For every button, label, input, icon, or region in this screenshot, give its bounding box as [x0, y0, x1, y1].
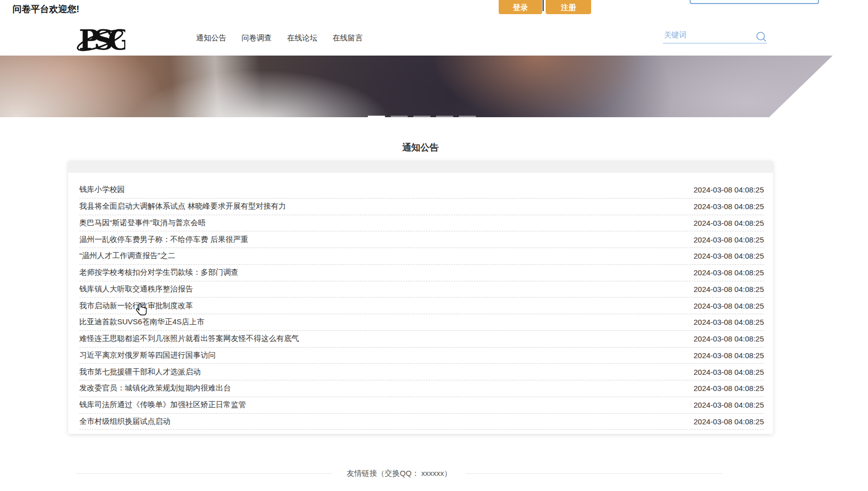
- section-title: 通知公告: [402, 141, 439, 154]
- banner-glare: [145, 56, 289, 117]
- card-header-strip: [68, 161, 773, 173]
- notice-title[interactable]: 难怪连王思聪都追不到几张照片就看出答案网友怪不得这么有底气: [79, 334, 299, 343]
- logo-monogram-icon: PSG: [75, 21, 125, 58]
- site-logo[interactable]: PSG: [75, 21, 125, 60]
- notice-title[interactable]: 习近平离京对俄罗斯等四国进行国事访问: [79, 351, 216, 360]
- notice-date: 2024-03-08 04:08:25: [694, 334, 764, 343]
- notice-date: 2024-03-08 04:08:25: [694, 235, 764, 244]
- footer-divider-right: [466, 473, 722, 474]
- footer: 友情链接（交换QQ： xxxxxx）: [76, 469, 722, 478]
- notice-date: 2024-03-08 04:08:25: [694, 368, 764, 376]
- notice-row[interactable]: 习近平离京对俄罗斯等四国进行国事访问2024-03-08 04:08:25: [79, 348, 764, 364]
- notice-date: 2024-03-08 04:08:25: [694, 285, 764, 293]
- notice-title[interactable]: 温州一乱收停车费男子称：不给停车费 后果很严重: [79, 235, 248, 244]
- footer-links-text: 友情链接（交换QQ： xxxxxx）: [347, 469, 452, 478]
- notice-date: 2024-03-08 04:08:25: [694, 219, 764, 227]
- nav-item-3[interactable]: 在线留言: [332, 33, 363, 43]
- notice-row[interactable]: 钱库司法所通过《传唤单》加强社区矫正日常监管2024-03-08 04:08:2…: [79, 397, 764, 414]
- carousel-dot-2[interactable]: [413, 116, 430, 118]
- carousel-dot-0[interactable]: [368, 116, 385, 118]
- partial-input-box[interactable]: [690, 0, 819, 4]
- notice-title[interactable]: “温州人才工作调查报告”之二: [79, 251, 175, 261]
- page: 问卷平台欢迎您! 登录 注册 PSG 通知公告问卷调查在线论坛在线留言 通知公告: [0, 0, 868, 491]
- search-icon[interactable]: [756, 31, 767, 42]
- carousel-indicators: [368, 116, 476, 118]
- notice-date: 2024-03-08 04:08:25: [694, 185, 764, 194]
- notice-date: 2024-03-08 04:08:25: [694, 351, 764, 360]
- notice-title[interactable]: 老师按学校考核扣分对学生罚款续：多部门调查: [79, 268, 238, 277]
- nav-item-1[interactable]: 问卷调查: [242, 33, 272, 43]
- notice-row[interactable]: 我市启动新一轮行政审批制度改革2024-03-08 04:08:25: [79, 298, 764, 314]
- notice-title[interactable]: 钱库镇人大听取交通秩序整治报告: [79, 284, 193, 294]
- notice-row[interactable]: 老师按学校考核扣分对学生罚款续：多部门调查2024-03-08 04:08:25: [79, 265, 764, 281]
- notice-date: 2024-03-08 04:08:25: [694, 252, 764, 260]
- notice-row[interactable]: “温州人才工作调查报告”之二2024-03-08 04:08:25: [79, 248, 764, 265]
- footer-divider-left: [76, 473, 332, 474]
- notice-title[interactable]: 钱库小学校园: [79, 185, 125, 194]
- nav-item-0[interactable]: 通知公告: [196, 33, 226, 43]
- notice-list: 钱库小学校园2024-03-08 04:08:25我县将全面启动大调解体系试点 …: [68, 173, 773, 430]
- notice-row[interactable]: 钱库小学校园2024-03-08 04:08:25: [79, 182, 764, 199]
- carousel-dot-1[interactable]: [391, 116, 408, 118]
- notice-row[interactable]: 温州一乱收停车费男子称：不给停车费 后果很严重2024-03-08 04:08:…: [79, 231, 764, 248]
- search-box: [663, 28, 767, 43]
- notice-card: 钱库小学校园2024-03-08 04:08:25我县将全面启动大调解体系试点 …: [68, 161, 773, 434]
- notice-row[interactable]: 奥巴马因“斯诺登事件”取消与普京会晤2024-03-08 04:08:25: [79, 215, 764, 232]
- notice-date: 2024-03-08 04:08:25: [694, 417, 764, 426]
- notice-row[interactable]: 难怪连王思聪都追不到几张照片就看出答案网友怪不得这么有底气2024-03-08 …: [79, 331, 764, 348]
- notice-date: 2024-03-08 04:08:25: [694, 268, 764, 277]
- notice-row[interactable]: 钱库镇人大听取交通秩序整治报告2024-03-08 04:08:25: [79, 281, 764, 298]
- notice-title[interactable]: 奥巴马因“斯诺登事件”取消与普京会晤: [79, 218, 206, 228]
- notice-row[interactable]: 我市第七批援疆干部和人才选派启动2024-03-08 04:08:25: [79, 364, 764, 380]
- notice-date: 2024-03-08 04:08:25: [694, 384, 764, 392]
- notice-title[interactable]: 比亚迪首款SUVS6苍南华正4S店上市: [79, 317, 205, 327]
- notice-row[interactable]: 发改委官员：城镇化政策规划短期内很难出台2024-03-08 04:08:25: [79, 380, 764, 397]
- notice-title[interactable]: 我县将全面启动大调解体系试点 林晓峰要求开展有型对接有力: [79, 202, 286, 211]
- notice-title[interactable]: 我市第七批援疆干部和人才选派启动: [79, 367, 201, 377]
- notice-title[interactable]: 全市村级组织换届试点启动: [79, 417, 170, 426]
- search-input[interactable]: [663, 28, 767, 43]
- notice-row[interactable]: 比亚迪首款SUVS6苍南华正4S店上市2024-03-08 04:08:25: [79, 314, 764, 331]
- notice-title[interactable]: 发改委官员：城镇化政策规划短期内很难出台: [79, 383, 231, 393]
- notice-date: 2024-03-08 04:08:25: [694, 302, 764, 310]
- notice-title[interactable]: 我市启动新一轮行政审批制度改革: [79, 301, 193, 311]
- main-nav: 通知公告问卷调查在线论坛在线留言: [196, 33, 363, 43]
- carousel-dot-3[interactable]: [436, 116, 453, 118]
- welcome-text: 问卷平台欢迎您!: [13, 3, 79, 15]
- notice-date: 2024-03-08 04:08:25: [694, 318, 764, 326]
- notice-title[interactable]: 钱库司法所通过《传唤单》加强社区矫正日常监管: [79, 400, 246, 410]
- notice-date: 2024-03-08 04:08:25: [694, 202, 764, 211]
- notice-date: 2024-03-08 04:08:25: [694, 401, 764, 409]
- login-button[interactable]: 登录: [499, 0, 542, 14]
- nav-item-2[interactable]: 在线论坛: [287, 33, 317, 43]
- hero-banner: [0, 56, 868, 117]
- button-divider: [543, 0, 544, 11]
- carousel-dot-4[interactable]: [459, 116, 476, 118]
- register-button[interactable]: 注册: [546, 0, 591, 14]
- notice-row[interactable]: 全市村级组织换届试点启动2024-03-08 04:08:25: [79, 414, 764, 430]
- notice-row[interactable]: 我县将全面启动大调解体系试点 林晓峰要求开展有型对接有力2024-03-08 0…: [79, 199, 764, 215]
